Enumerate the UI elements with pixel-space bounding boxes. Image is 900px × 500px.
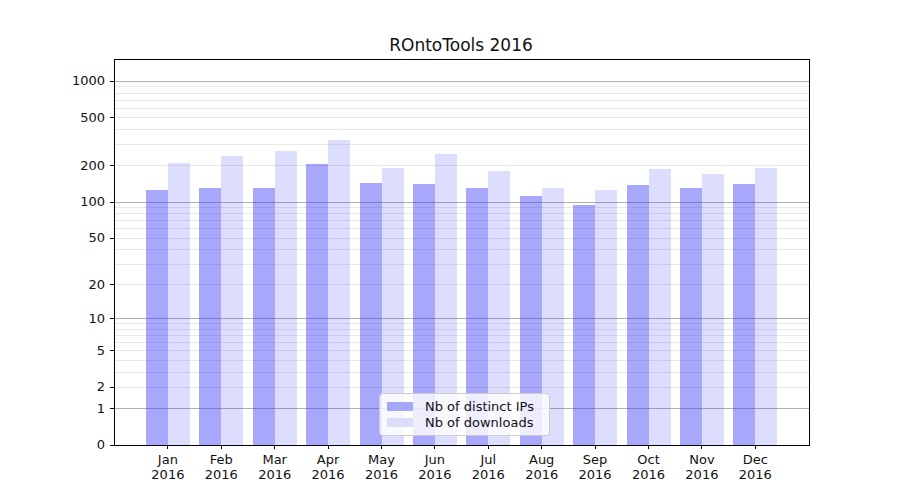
legend-item-distinct-ips: Nb of distinct IPs [387,399,541,414]
bar-nb-of-downloads-dec [755,168,777,445]
x-axis-tick [381,445,382,449]
y-axis-tick-label: 10 [51,312,105,326]
x-axis-tick-label: Mar2016 [245,452,305,482]
bar-nb-of-distinct-ips-oct [627,185,649,445]
x-label-month: Jul [458,452,518,467]
x-label-year: 2016 [405,467,465,482]
x-label-year: 2016 [565,467,625,482]
x-axis-tick-label: Sep2016 [565,452,625,482]
y-axis-tick-label: 20 [51,278,105,292]
y-axis-tick [110,408,114,409]
x-axis-tick-label: Feb2016 [191,452,251,482]
legend-item-downloads: Nb of downloads [387,415,541,430]
x-label-year: 2016 [352,467,412,482]
x-label-year: 2016 [725,467,785,482]
x-axis-tick-label: Jul2016 [458,452,518,482]
gridline-minor [115,86,809,87]
x-axis-tick [488,445,489,449]
bar-nb-of-downloads-feb [221,156,243,445]
y-axis-tick-label: 1 [51,402,105,416]
x-axis-tick [755,445,756,449]
x-axis-tick [541,445,542,449]
chart-figure: ROntoTools 2016 01251020501002005001000J… [0,0,900,500]
x-label-month: May [352,452,412,467]
y-axis-tick-label: 100 [51,195,105,209]
gridline-minor [115,165,809,166]
x-label-year: 2016 [298,467,358,482]
x-axis-tick [701,445,702,449]
y-axis-tick [110,165,114,166]
chart-title: ROntoTools 2016 [114,35,808,55]
x-label-month: Feb [191,452,251,467]
legend-label-downloads: Nb of downloads [425,415,533,430]
x-axis-tick-label: Jan2016 [138,452,198,482]
x-axis-tick [274,445,275,449]
x-axis-tick-label: Aug2016 [512,452,572,482]
gridline-major [115,81,809,82]
y-axis-tick [110,318,114,319]
plot-area: 01251020501002005001000Jan2016Feb2016Mar… [114,59,810,446]
y-axis-tick-label: 50 [51,231,105,245]
y-axis-tick [110,445,114,446]
bar-nb-of-downloads-jan [168,163,190,445]
x-label-month: Nov [672,452,732,467]
bar-nb-of-downloads-apr [328,140,350,445]
y-axis-tick-label: 1000 [51,74,105,88]
y-axis-tick-label: 2 [51,380,105,394]
x-axis-tick [221,445,222,449]
x-label-year: 2016 [245,467,305,482]
bar-nb-of-distinct-ips-nov [680,188,702,445]
y-axis-tick [110,350,114,351]
bar-nb-of-distinct-ips-dec [733,184,755,445]
x-axis-tick-label: Nov2016 [672,452,732,482]
x-axis-tick-label: Oct2016 [619,452,679,482]
y-axis-tick-label: 200 [51,159,105,173]
x-axis-tick-label: Jun2016 [405,452,465,482]
y-axis-tick-label: 5 [51,344,105,358]
legend-swatch-distinct-ips [387,402,413,411]
x-axis-tick [648,445,649,449]
legend: Nb of distinct IPs Nb of downloads [379,393,550,436]
y-axis-tick [110,117,114,118]
bar-nb-of-downloads-oct [649,169,671,445]
x-label-month: Jan [138,452,198,467]
gridline-minor [115,93,809,94]
x-label-month: Jun [405,452,465,467]
x-label-month: Dec [725,452,785,467]
x-label-month: Oct [619,452,679,467]
gridline-minor [115,129,809,130]
bar-nb-of-distinct-ips-jan [146,190,168,445]
bar-nb-of-distinct-ips-feb [199,188,221,445]
y-axis-tick [110,284,114,285]
legend-swatch-downloads [387,418,413,427]
x-label-year: 2016 [619,467,679,482]
bar-nb-of-distinct-ips-apr [306,164,328,445]
x-axis-tick [328,445,329,449]
x-axis-tick-label: Apr2016 [298,452,358,482]
legend-label-distinct-ips: Nb of distinct IPs [425,399,534,414]
x-label-month: Apr [298,452,358,467]
x-axis-tick [595,445,596,449]
x-label-year: 2016 [672,467,732,482]
x-label-year: 2016 [138,467,198,482]
gridline-minor [115,144,809,145]
x-axis-tick-label: May2016 [352,452,412,482]
y-axis-tick [110,387,114,388]
bar-nb-of-distinct-ips-mar [253,188,275,445]
gridline-minor [115,100,809,101]
bar-nb-of-distinct-ips-sep [573,205,595,445]
x-axis-tick [434,445,435,449]
x-label-month: Aug [512,452,572,467]
x-label-year: 2016 [512,467,572,482]
bar-nb-of-downloads-mar [275,151,297,445]
gridline-minor [115,117,809,118]
y-axis-tick-label: 0 [51,438,105,452]
x-axis-tick-label: Dec2016 [725,452,785,482]
x-axis-tick [167,445,168,449]
bar-nb-of-downloads-sep [595,190,617,445]
y-axis-tick [110,81,114,82]
x-label-year: 2016 [458,467,518,482]
x-label-month: Sep [565,452,625,467]
y-axis-tick [110,202,114,203]
y-axis-tick-label: 500 [51,111,105,125]
